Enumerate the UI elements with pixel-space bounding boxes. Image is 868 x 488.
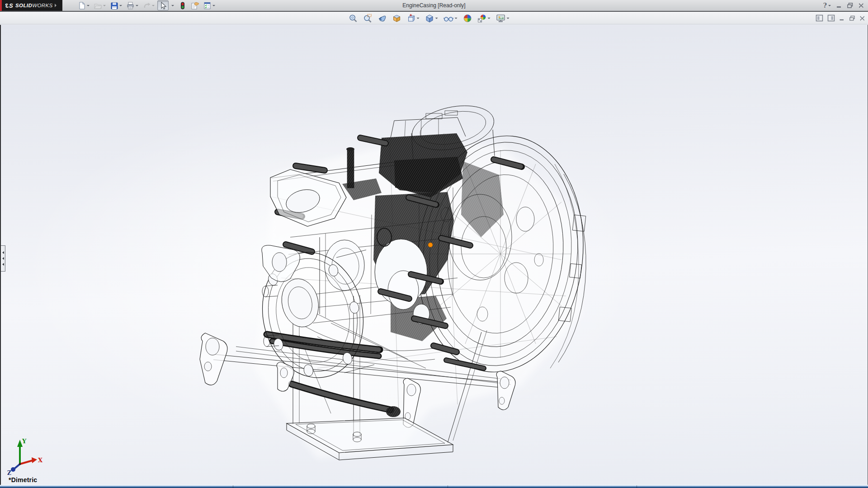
help-icon: ? [823, 2, 827, 9]
apply-scene-icon [477, 14, 487, 23]
file-properties-icon [190, 1, 199, 10]
logo-wordmark: SOLIDWORKS [15, 3, 53, 8]
view-orientation-label: *Dimetric [9, 476, 37, 483]
document-window-controls [816, 12, 865, 24]
section-view-button[interactable] [391, 12, 403, 24]
z-axis-ball-icon [11, 467, 15, 472]
window-title: EngineCasing [Read-only] [402, 0, 465, 11]
pane-right-icon [827, 14, 835, 22]
previous-view-icon [377, 14, 387, 23]
select-dropdown-button[interactable] [170, 0, 176, 10]
engine-casing-wireframe-model[interactable] [1, 25, 868, 485]
minimize-button[interactable] [836, 2, 842, 9]
quick-access-toolbar [76, 0, 217, 11]
options-button[interactable] [202, 0, 217, 10]
options-checklist-icon [203, 1, 212, 10]
pane-left-button[interactable] [816, 14, 823, 22]
x-axis-arrow-icon [32, 457, 37, 463]
close-icon [859, 15, 865, 21]
new-document-button[interactable] [76, 0, 91, 10]
open-document-button[interactable] [92, 0, 108, 10]
previous-view-button[interactable] [376, 12, 388, 24]
headsup-view-toolbar [347, 12, 511, 24]
zoom-to-area-icon [363, 14, 373, 23]
undo-button[interactable] [141, 0, 156, 10]
hide-show-items-button[interactable] [442, 12, 459, 24]
restore-icon [849, 15, 855, 21]
view-settings-icon [496, 14, 506, 23]
save-floppy-icon [110, 1, 118, 10]
collapse-arrow-icon [2, 257, 4, 260]
featuremanager-flyout-tab[interactable] [1, 245, 5, 272]
dropdown-caret-icon[interactable] [455, 18, 458, 19]
display-style-icon [425, 14, 434, 23]
doc-restore-button[interactable] [849, 15, 855, 21]
edit-appearance-button[interactable] [462, 12, 474, 24]
svg-text:S: S [9, 2, 13, 9]
new-document-icon [77, 1, 86, 10]
view-orientation-icon [406, 14, 416, 23]
dropdown-caret-icon[interactable] [103, 5, 106, 6]
collapse-arrow-icon [2, 263, 4, 266]
minimize-icon [836, 2, 842, 9]
y-axis-label: Y [22, 438, 27, 445]
titlebar: 3 S SOLIDWORKS [0, 0, 868, 11]
3ds-logo-icon: 3 S [4, 2, 14, 9]
logo-accent-stripe [0, 0, 2, 11]
bottom-window-frame [0, 485, 868, 488]
dropdown-caret-icon[interactable] [417, 18, 420, 19]
view-orientation-button[interactable] [405, 12, 421, 24]
z-axis-label: Z [7, 470, 11, 476]
traffic-light-icon [178, 1, 187, 10]
undo-arrow-icon [142, 1, 151, 10]
dropdown-caret-icon[interactable] [119, 5, 122, 6]
doc-minimize-button[interactable] [839, 15, 845, 21]
reference-triad: Y X Z [1, 437, 44, 477]
dropdown-caret-icon [171, 5, 174, 6]
x-axis-label: X [38, 457, 43, 464]
dropdown-caret-icon[interactable] [488, 18, 491, 19]
pane-right-button[interactable] [827, 14, 835, 22]
zoom-to-area-button[interactable] [362, 12, 374, 24]
svg-text:3: 3 [5, 2, 9, 9]
open-folder-icon [94, 1, 102, 10]
save-button[interactable] [108, 0, 124, 10]
traffic-light-button[interactable] [177, 0, 188, 10]
print-button[interactable] [125, 0, 140, 10]
select-cursor-icon [159, 1, 167, 10]
zoom-to-fit-button[interactable] [347, 12, 359, 24]
eyeglasses-icon [443, 14, 454, 23]
close-button[interactable] [858, 2, 864, 9]
print-icon [126, 1, 135, 10]
dropdown-caret-icon[interactable] [828, 5, 831, 6]
restore-button[interactable] [847, 2, 854, 9]
dropdown-caret-icon[interactable] [152, 5, 155, 6]
selection-point-marker[interactable] [428, 243, 433, 247]
doc-close-button[interactable] [859, 15, 865, 21]
pane-left-icon [816, 14, 823, 22]
collapse-arrow-icon [2, 251, 4, 254]
graphics-viewport[interactable]: Y X Z *Dimetric [0, 25, 868, 485]
minimize-icon [839, 15, 845, 21]
view-settings-button[interactable] [495, 12, 511, 24]
file-properties-button[interactable] [189, 0, 201, 10]
display-style-button[interactable] [424, 12, 440, 24]
select-tool-button[interactable] [157, 0, 169, 10]
menu-row [0, 12, 868, 24]
dropdown-caret-icon[interactable] [435, 18, 438, 19]
solidworks-window: 3 S SOLIDWORKS [0, 0, 868, 488]
window-controls: ? [823, 0, 864, 11]
dropdown-caret-icon[interactable] [136, 5, 138, 6]
dropdown-caret-icon[interactable] [507, 18, 509, 19]
logo-flyout-arrow-icon[interactable] [55, 4, 57, 7]
close-icon [858, 2, 864, 9]
section-view-icon [392, 14, 401, 23]
dropdown-caret-icon[interactable] [212, 5, 215, 6]
restore-icon [847, 2, 854, 9]
solidworks-logo[interactable]: 3 S SOLIDWORKS [0, 0, 62, 11]
help-button[interactable]: ? [823, 2, 831, 9]
apply-scene-button[interactable] [476, 12, 492, 24]
appearance-ball-icon [463, 14, 472, 23]
zoom-to-fit-icon [349, 14, 358, 23]
dropdown-caret-icon[interactable] [87, 5, 90, 6]
